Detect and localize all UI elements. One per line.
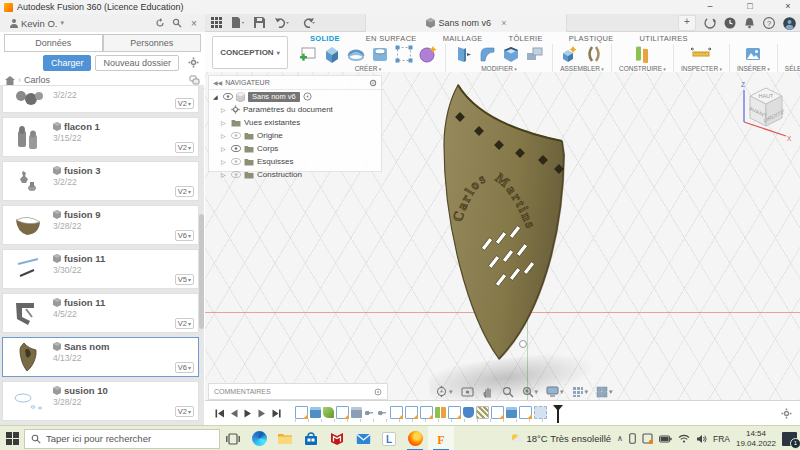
visibility-eye-icon[interactable] — [231, 132, 241, 139]
viewports-icon[interactable]: ▾ — [596, 386, 613, 398]
navigator-node[interactable]: ▷ Vues existantes — [209, 116, 381, 129]
expand-icon[interactable]: ▷ — [221, 158, 228, 165]
visibility-eye-icon[interactable] — [223, 93, 233, 100]
collapse-navigator-icon[interactable]: ◀◀ — [213, 79, 222, 86]
zoom-icon[interactable] — [502, 386, 514, 398]
view-cube[interactable]: HAUT AVANT DROITE Z X — [736, 78, 794, 150]
shield-model[interactable]: Carlos Martins — [441, 83, 571, 373]
shell-icon[interactable] — [501, 44, 521, 64]
home-icon[interactable] — [5, 76, 15, 85]
combine-icon[interactable] — [525, 44, 545, 64]
group-label[interactable]: SÉLECTIONNER — [785, 65, 800, 72]
version-selector[interactable]: V5 — [175, 274, 194, 285]
joint-icon[interactable] — [584, 44, 604, 64]
timeline-feature[interactable] — [435, 407, 446, 418]
taskbar-clock[interactable]: 14:54 19.04.2022 — [736, 429, 776, 448]
new-folder-button[interactable]: Nouveau dossier — [95, 55, 179, 71]
revolve-icon[interactable] — [346, 44, 366, 64]
expand-icon[interactable]: ▷ — [221, 119, 228, 126]
list-item[interactable]: fusion 93/28/22 V6 — [2, 205, 199, 245]
close-button[interactable]: × — [780, 0, 796, 13]
version-selector[interactable]: V6 — [175, 230, 194, 241]
create-sketch-icon[interactable] — [298, 44, 318, 64]
play-button[interactable] — [244, 409, 252, 418]
timeline-feature[interactable] — [506, 407, 517, 418]
step-back-button[interactable] — [230, 409, 238, 418]
redo-icon[interactable] — [299, 17, 315, 28]
timeline-marker[interactable] — [552, 405, 566, 423]
help-icon[interactable]: ? — [763, 17, 775, 29]
tab-en-surface[interactable]: EN SURFACE — [353, 34, 430, 43]
version-selector[interactable]: V2 — [175, 318, 194, 329]
navigator-node[interactable]: ▷ Construction — [209, 168, 381, 181]
go-to-start-button[interactable] — [215, 409, 224, 418]
weather-widget[interactable]: 18°C Très ensoleillé — [510, 433, 612, 444]
orbit-icon[interactable]: ▾ — [435, 385, 453, 398]
taskbar-search-input[interactable]: Taper ici pour rechercher — [24, 429, 220, 449]
file-menu-icon[interactable] — [231, 17, 245, 28]
navigator-root-label[interactable]: Sans nom v6 — [248, 92, 300, 102]
user-name[interactable]: Kevin O. — [21, 18, 57, 29]
notification-center-icon[interactable]: 1 — [782, 432, 797, 446]
list-item[interactable]: fusion 114/5/22 V2 — [2, 293, 199, 333]
wifi-icon[interactable] — [678, 434, 690, 443]
fusion360-taskbar-icon[interactable]: F — [428, 426, 454, 450]
display-settings-icon[interactable]: ▾ — [546, 386, 564, 397]
l-app-icon[interactable]: L — [376, 426, 402, 450]
viewcube-top-label[interactable]: HAUT — [759, 93, 775, 99]
timeline-feature[interactable] — [351, 407, 362, 418]
timeline-feature[interactable] — [336, 406, 349, 419]
timeline-feature[interactable] — [448, 406, 461, 419]
focus-icon[interactable] — [303, 92, 312, 101]
phone-link-icon[interactable] — [629, 433, 636, 444]
version-selector[interactable]: V6 — [175, 362, 194, 373]
timeline-feature[interactable] — [377, 407, 388, 418]
hole-icon[interactable] — [370, 44, 390, 64]
sync-icon[interactable] — [704, 17, 716, 29]
timeline-feature[interactable] — [295, 406, 308, 419]
version-selector[interactable]: V2 — [175, 142, 194, 153]
close-panel-icon[interactable]: × — [187, 16, 201, 30]
refresh-icon[interactable] — [153, 16, 167, 30]
tab-plastique[interactable]: PLASTIQUE — [556, 34, 627, 43]
user-menu-caret-icon[interactable]: ▾ — [60, 19, 64, 27]
settings-gear-icon[interactable] — [186, 56, 200, 70]
keyboard-language[interactable]: FRA — [713, 434, 730, 444]
visibility-eye-icon[interactable] — [231, 158, 241, 165]
insert-image-icon[interactable] — [743, 44, 763, 64]
navigator-node[interactable]: ▷ Esquisses — [209, 155, 381, 168]
timeline-feature[interactable] — [420, 406, 433, 419]
speaker-icon[interactable] — [696, 434, 707, 444]
press-pull-icon[interactable] — [453, 44, 473, 64]
measure-icon[interactable] — [690, 44, 712, 64]
close-document-tab-icon[interactable]: × — [501, 18, 506, 28]
timeline-feature[interactable] — [519, 406, 532, 419]
tab-tolerie[interactable]: TÔLERIE — [496, 34, 556, 43]
list-item[interactable]: flacon 13/15/22 V2 — [2, 117, 199, 157]
maximize-button[interactable]: □ — [742, 0, 758, 13]
timeline-feature[interactable] — [310, 407, 321, 418]
tab-personnes[interactable]: Personnes — [103, 34, 202, 52]
file-explorer-icon[interactable] — [272, 426, 298, 450]
comments-expand-icon[interactable] — [374, 388, 382, 396]
update-badge-icon[interactable] — [642, 433, 653, 444]
edge-icon[interactable] — [246, 426, 272, 450]
pan-icon[interactable] — [482, 386, 494, 398]
pattern-icon[interactable] — [394, 44, 414, 64]
timeline-feature[interactable] — [534, 406, 547, 419]
list-item[interactable]: fusion 113/30/22 V5 — [2, 249, 199, 289]
start-button[interactable] — [0, 426, 24, 450]
document-tab[interactable]: Sans nom v6 × — [365, 14, 567, 32]
timeline-feature[interactable] — [405, 406, 418, 419]
version-selector[interactable]: V2 — [175, 98, 194, 109]
search-icon[interactable] — [170, 16, 184, 30]
timeline-feature[interactable] — [463, 407, 474, 418]
visibility-eye-icon[interactable] — [231, 171, 241, 178]
expand-icon[interactable]: ◢ — [213, 93, 220, 100]
expand-icon[interactable]: ▷ — [221, 106, 228, 113]
list-item[interactable]: 3/2/22 V2 — [2, 85, 199, 113]
timeline-feature[interactable] — [323, 407, 334, 418]
battery-icon[interactable] — [659, 435, 672, 443]
look-at-icon[interactable] — [461, 386, 474, 397]
version-selector[interactable]: V2 — [175, 186, 194, 197]
